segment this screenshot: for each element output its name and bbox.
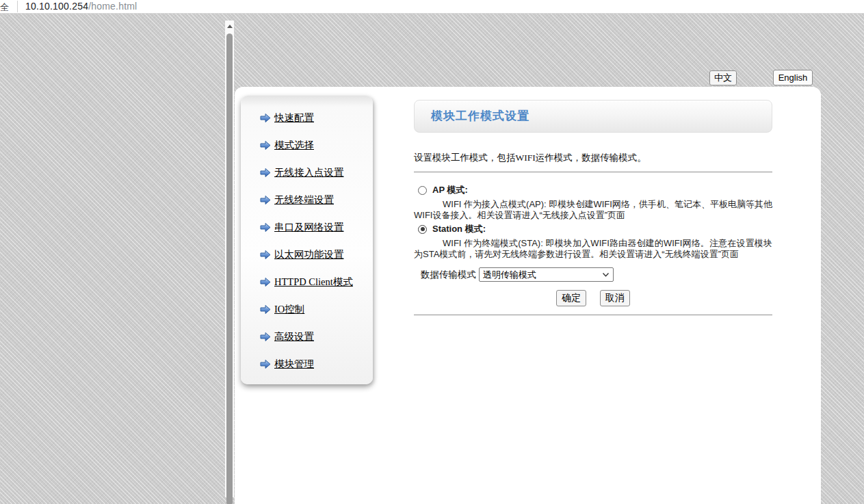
page-title: 模块工作模式设置 — [415, 101, 772, 132]
ap-mode-radio[interactable] — [418, 186, 427, 195]
sidebar-menu-item[interactable]: 无线接入点设置 — [241, 159, 373, 186]
station-mode-label: Station 模式: — [432, 223, 486, 235]
transfer-mode-label: 数据传输模式 — [421, 269, 479, 281]
sidebar-menu-item[interactable]: 模块管理 — [241, 350, 373, 377]
scrollbar-thumb[interactable] — [226, 34, 233, 504]
sidebar-menu-item[interactable]: 快速配置 — [241, 104, 373, 131]
station-mode-description: WIFI 作为终端模式(STA): 即模块加入WIFI路由器创建的WIFI网络。… — [414, 238, 772, 260]
sidebar-link[interactable]: 高级设置 — [274, 330, 314, 343]
sidebar-link[interactable]: 以太网功能设置 — [274, 248, 344, 261]
sidebar-link[interactable]: HTTPD Client模式 — [274, 276, 353, 289]
sidebar-menu-item[interactable]: 高级设置 — [241, 323, 373, 350]
language-button-chinese[interactable]: 中文 — [709, 70, 737, 85]
sidebar-link[interactable]: 模式选择 — [274, 139, 314, 152]
arrow-right-icon — [260, 332, 271, 342]
arrow-right-icon — [260, 250, 271, 260]
left-frame-scrollbar[interactable] — [225, 21, 234, 497]
sidebar-link[interactable]: 无线终端设置 — [274, 194, 334, 207]
transfer-mode-selected-value: 透明传输模式 — [480, 269, 536, 281]
arrow-right-icon — [260, 304, 271, 315]
chevron-down-icon — [603, 273, 609, 277]
separator-bottom — [414, 315, 772, 315]
sidebar-link[interactable]: 无线接入点设置 — [274, 166, 344, 179]
intro-text: 设置模块工作模式，包括WIFI运作模式，数据传输模式。 — [414, 152, 772, 164]
cancel-button[interactable]: 取消 — [600, 290, 630, 306]
arrow-right-icon — [260, 140, 271, 150]
sidebar-link[interactable]: 模块管理 — [274, 358, 314, 371]
url-path: /home.html — [88, 1, 137, 12]
sidebar-menu-item[interactable]: 模式选择 — [241, 131, 373, 159]
page-background: 中文 English — [0, 14, 864, 504]
arrow-right-icon — [260, 222, 271, 233]
arrow-right-icon — [260, 195, 271, 205]
security-indicator-label: 全 — [0, 1, 9, 14]
sidebar-menu-item[interactable]: IO控制 — [241, 295, 373, 323]
separator-top — [414, 172, 772, 172]
station-mode-row: Station 模式: — [414, 223, 772, 235]
scroll-up-arrow-icon[interactable] — [225, 21, 234, 31]
sidebar-menu-item[interactable]: 串口及网络设置 — [241, 213, 373, 241]
address-bar-divider — [17, 1, 18, 12]
ok-button[interactable]: 确定 — [556, 290, 586, 306]
arrow-right-icon — [260, 359, 271, 369]
sidebar-link[interactable]: 快速配置 — [274, 111, 314, 124]
transfer-mode-row: 数据传输模式 透明传输模式 — [414, 267, 772, 282]
arrow-right-icon — [260, 168, 271, 178]
transfer-mode-select[interactable]: 透明传输模式 — [479, 267, 614, 282]
arrow-right-icon — [260, 277, 271, 287]
url-host: 10.10.100.254 — [25, 1, 88, 12]
page-title-box: 模块工作模式设置 — [414, 100, 772, 133]
station-mode-radio[interactable] — [418, 225, 427, 234]
arrow-right-icon — [260, 113, 271, 123]
screen: 全 10.10.100.254/home.html 中文 English — [0, 0, 864, 504]
sidebar-menu: 快速配置 — [241, 96, 373, 384]
sidebar-menu-item[interactable]: 以太网功能设置 — [241, 241, 373, 268]
main-panel: 快速配置 — [235, 87, 821, 504]
action-button-row: 确定 取消 — [414, 290, 772, 306]
sidebar-link[interactable]: IO控制 — [274, 303, 304, 316]
ap-mode-row: AP 模式: — [414, 184, 772, 196]
ap-mode-description: WIFI 作为接入点模式(AP): 即模块创建WIFI网络，供手机、笔记本、平板… — [414, 199, 772, 221]
ap-mode-label: AP 模式: — [432, 184, 468, 196]
url-text[interactable]: 10.10.100.254/home.html — [25, 1, 137, 12]
browser-address-bar[interactable]: 全 10.10.100.254/home.html — [0, 0, 864, 14]
content-area: 模块工作模式设置 设置模块工作模式，包括WIFI运作模式，数据传输模式。 AP … — [414, 100, 772, 315]
sidebar-menu-item[interactable]: HTTPD Client模式 — [241, 268, 373, 295]
sidebar-link[interactable]: 串口及网络设置 — [274, 221, 344, 234]
sidebar-menu-item[interactable]: 无线终端设置 — [241, 186, 373, 213]
language-button-english[interactable]: English — [773, 70, 813, 85]
